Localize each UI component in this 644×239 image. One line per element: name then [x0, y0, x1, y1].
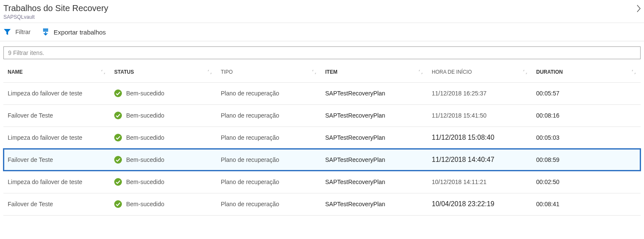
success-icon — [114, 200, 122, 208]
sort-icon — [312, 69, 317, 75]
col-header-duration[interactable]: DURATION — [532, 62, 641, 82]
cell-duration: 00:08:16 — [532, 104, 641, 127]
col-header-name[interactable]: NAME — [3, 62, 110, 82]
success-icon — [114, 178, 122, 186]
table-row[interactable]: Limpeza do failover de teste Bem-sucedid… — [3, 82, 641, 104]
svg-rect-0 — [43, 29, 48, 30]
filter-button[interactable]: Filtrar — [3, 28, 31, 36]
cell-duration: 00:02:50 — [532, 171, 641, 193]
cell-hora: 11/12/2018 16:25:37 — [427, 82, 532, 104]
sort-icon — [207, 69, 212, 75]
sort-icon — [418, 69, 423, 75]
cell-status: Bem-sucedido — [110, 171, 217, 193]
jobs-table: NAME STATUS TIPO ITEM HORA DE INÍCIO — [3, 62, 641, 216]
cell-status: Bem-sucedido — [110, 127, 217, 149]
cell-status: Bem-sucedido — [110, 193, 217, 215]
filter-label: Filtrar — [15, 29, 31, 35]
filter-icon — [3, 28, 11, 36]
filter-input-wrap — [3, 46, 641, 59]
cell-duration: 00:08:41 — [532, 193, 641, 215]
col-header-tipo[interactable]: TIPO — [217, 62, 321, 82]
cell-hora: 11/12/2018 15:08:40 — [427, 127, 532, 149]
svg-rect-1 — [43, 30, 48, 32]
cell-name: Limpeza do failover de teste — [3, 171, 110, 193]
col-header-item[interactable]: ITEM — [321, 62, 427, 82]
cell-duration: 00:05:57 — [532, 82, 641, 104]
cell-item: SAPTestRecoveryPlan — [321, 104, 427, 127]
cell-tipo: Plano de recuperação — [217, 82, 321, 104]
success-icon — [114, 112, 122, 119]
svg-point-4 — [114, 134, 122, 141]
svg-point-5 — [114, 156, 122, 164]
cell-hora: 10/12/2018 14:11:21 — [427, 171, 532, 193]
svg-point-6 — [114, 178, 122, 186]
success-icon — [114, 89, 122, 97]
table-row[interactable]: Failover de Teste Bem-sucedido Plano de … — [3, 104, 641, 127]
table-row[interactable]: Failover de Teste Bem-sucedido Plano de … — [3, 193, 641, 215]
cell-item: SAPTestRecoveryPlan — [321, 171, 427, 193]
table-row[interactable]: Limpeza do failover de teste Bem-sucedid… — [3, 171, 641, 193]
cell-name: Limpeza do failover de teste — [3, 127, 110, 149]
cell-item: SAPTestRecoveryPlan — [321, 149, 427, 171]
filter-input[interactable] — [8, 49, 636, 56]
svg-point-3 — [114, 112, 122, 119]
chevron-right-icon[interactable] — [636, 4, 641, 13]
col-header-status[interactable]: STATUS — [110, 62, 217, 82]
cell-name: Failover de Teste — [3, 104, 110, 127]
cell-hora: 11/12/2018 15:41:50 — [427, 104, 532, 127]
cell-status: Bem-sucedido — [110, 149, 217, 171]
cell-duration: 00:05:03 — [532, 127, 641, 149]
cell-tipo: Plano de recuperação — [217, 193, 321, 215]
table-row[interactable]: Limpeza do failover de teste Bem-sucedid… — [3, 127, 641, 149]
export-label: Exportar trabalhos — [54, 29, 106, 36]
cell-tipo: Plano de recuperação — [217, 104, 321, 127]
export-button[interactable]: Exportar trabalhos — [42, 28, 106, 36]
cell-tipo: Plano de recuperação — [217, 127, 321, 149]
cell-name: Limpeza do failover de teste — [3, 82, 110, 104]
sort-icon — [631, 69, 636, 75]
table-row[interactable]: Failover de Teste Bem-sucedido Plano de … — [3, 149, 641, 171]
success-icon — [114, 156, 122, 164]
cell-tipo: Plano de recuperação — [217, 149, 321, 171]
cell-status: Bem-sucedido — [110, 82, 217, 104]
svg-point-7 — [114, 200, 122, 208]
cell-item: SAPTestRecoveryPlan — [321, 193, 427, 215]
cell-status: Bem-sucedido — [110, 104, 217, 127]
success-icon — [114, 134, 122, 141]
cell-name: Failover de Teste — [3, 149, 110, 171]
toolbar: Filtrar Exportar trabalhos — [0, 23, 644, 41]
cell-hora: 10/04/2018 23:22:19 — [427, 193, 532, 215]
export-icon — [42, 28, 49, 36]
cell-hora: 11/12/2018 14:40:47 — [427, 149, 532, 171]
blade-header: Trabalhos do Site Recovery SAPSQLvault — [0, 0, 644, 23]
cell-tipo: Plano de recuperação — [217, 171, 321, 193]
sort-icon — [523, 69, 528, 75]
cell-name: Failover de Teste — [3, 193, 110, 215]
col-header-hora[interactable]: HORA DE INÍCIO — [427, 62, 532, 82]
cell-duration: 00:08:59 — [532, 149, 641, 171]
page-subtitle: SAPSQLvault — [3, 14, 641, 20]
cell-item: SAPTestRecoveryPlan — [321, 82, 427, 104]
page-title: Trabalhos do Site Recovery — [3, 3, 641, 13]
sort-icon — [101, 69, 106, 75]
svg-point-2 — [114, 89, 122, 97]
table-header-row: NAME STATUS TIPO ITEM HORA DE INÍCIO — [3, 62, 641, 82]
cell-item: SAPTestRecoveryPlan — [321, 127, 427, 149]
